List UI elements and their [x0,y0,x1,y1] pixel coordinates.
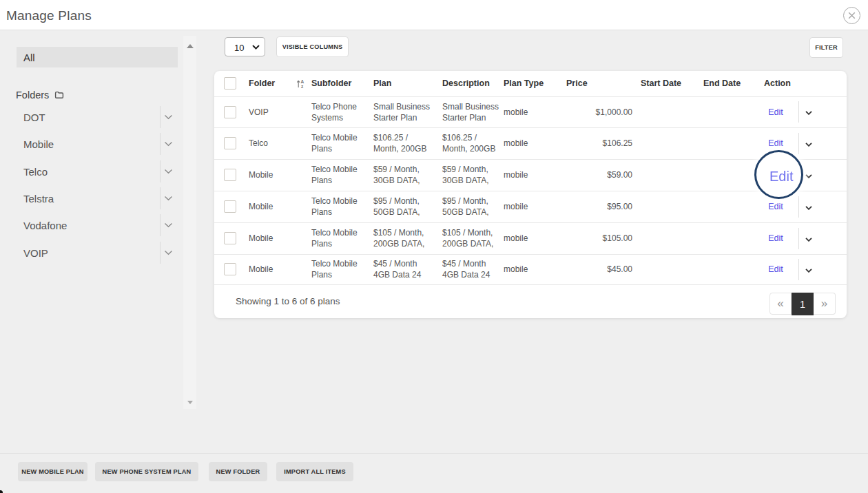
svg-text:z: z [301,84,304,89]
